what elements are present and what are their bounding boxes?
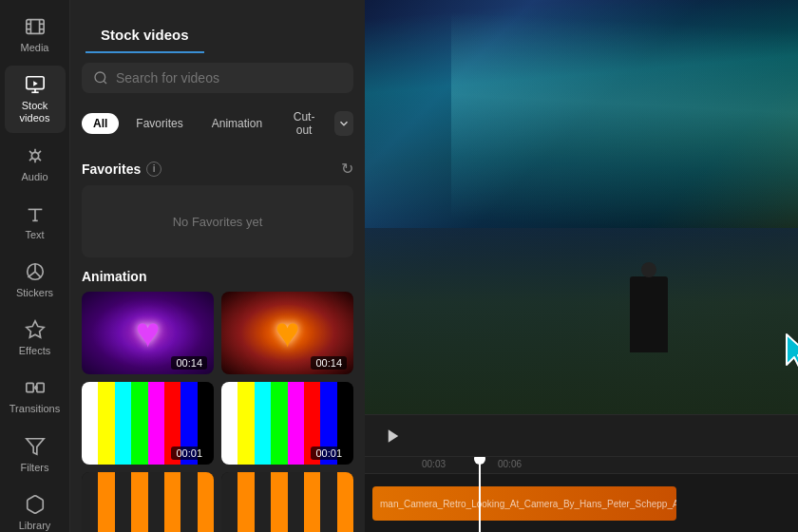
favorites-refresh-icon[interactable]: ↻ — [341, 160, 353, 178]
sidebar-item-library-label: Library — [19, 520, 51, 532]
video-thumb-bars4[interactable] — [221, 472, 353, 532]
favorites-title: Favorites — [82, 162, 141, 177]
video-duration-heart1: 00:14 — [171, 356, 207, 370]
svg-rect-0 — [26, 20, 43, 34]
video-thumb-heart2[interactable]: 00:14 — [221, 292, 353, 374]
svg-marker-21 — [787, 334, 798, 369]
stickers-icon — [24, 260, 47, 283]
filter-tabs: All Favorites Animation Cut-out — [70, 103, 365, 150]
favorites-info-icon[interactable]: i — [146, 162, 162, 177]
svg-line-20 — [104, 81, 106, 84]
sidebar: Media Stock videos Audio — [0, 0, 70, 532]
more-filters-button[interactable] — [334, 111, 353, 136]
color-bars-dark-thumbnail-1 — [82, 472, 214, 532]
snow-ground — [365, 228, 798, 414]
svg-point-10 — [31, 152, 38, 159]
favorites-empty-state: No Favorites yet — [82, 185, 353, 257]
sidebar-item-stock-videos-label: Stock videos — [20, 100, 50, 124]
filters-icon — [24, 435, 47, 458]
sidebar-item-filters-label: Filters — [21, 462, 49, 474]
favorites-empty-text: No Favorites yet — [173, 215, 263, 229]
search-bar[interactable] — [82, 63, 353, 93]
filter-favorites[interactable]: Favorites — [124, 113, 194, 134]
sidebar-item-audio[interactable]: Audio — [5, 137, 66, 191]
right-area: 00:03 00:06 man_Camera_Retro_Looking_At_… — [365, 0, 798, 532]
person-figure — [630, 276, 668, 352]
preview-area — [365, 0, 798, 414]
play-button[interactable] — [380, 423, 407, 449]
video-thumb-bars2[interactable]: 00:01 — [221, 382, 353, 465]
play-icon — [385, 428, 402, 445]
panel-title: Stock videos — [86, 13, 204, 53]
sidebar-item-transitions[interactable]: Transitions — [5, 369, 66, 423]
video-thumb-bars1[interactable]: 00:01 — [82, 382, 214, 465]
cursor-overlay — [783, 331, 798, 376]
video-duration-heart2: 00:14 — [311, 356, 347, 370]
sidebar-item-stickers-label: Stickers — [16, 287, 53, 299]
stock-videos-panel: Stock videos All Favorites Animation Cut… — [70, 0, 365, 532]
animation-title: Animation — [82, 269, 146, 284]
svg-marker-15 — [26, 321, 43, 337]
timeline-clip[interactable]: man_Camera_Retro_Looking_At_Camera_By_Ha… — [372, 486, 676, 521]
sidebar-item-filters[interactable]: Filters — [5, 428, 66, 482]
sidebar-item-stock-videos[interactable]: Stock videos — [5, 66, 66, 132]
animation-video-grid: 00:14 00:14 00:01 — [82, 292, 353, 532]
cursor-arrow-icon — [783, 331, 798, 372]
sidebar-item-library[interactable]: Library — [5, 485, 66, 532]
playhead[interactable] — [479, 457, 481, 532]
timeline-ruler: 00:03 00:06 — [365, 457, 798, 474]
audio-icon — [24, 144, 47, 167]
color-bars-dark-thumbnail-2 — [221, 472, 353, 532]
search-input[interactable] — [116, 70, 342, 86]
sidebar-item-effects[interactable]: Effects — [5, 311, 66, 365]
search-icon — [93, 70, 108, 86]
text-icon — [24, 202, 47, 225]
stock-videos-icon — [24, 73, 47, 96]
panel-content: Favorites i ↻ No Favorites yet Animation… — [70, 150, 365, 532]
sidebar-item-text[interactable]: Text — [5, 195, 66, 249]
film-icon — [24, 15, 47, 38]
library-icon — [24, 493, 47, 516]
effects-icon — [24, 318, 47, 341]
timeline-track: man_Camera_Retro_Looking_At_Camera_By_Ha… — [365, 483, 798, 524]
sidebar-item-transitions-label: Transitions — [10, 403, 60, 415]
filter-cutout[interactable]: Cut-out — [279, 106, 329, 141]
transport-bar — [365, 414, 798, 456]
video-duration-bars2: 00:01 — [311, 446, 347, 460]
sidebar-item-media-label: Media — [21, 42, 49, 54]
ruler-mark-1: 00:03 — [422, 459, 446, 469]
timeline: 00:03 00:06 man_Camera_Retro_Looking_At_… — [365, 456, 798, 532]
video-preview — [365, 0, 798, 414]
sidebar-item-effects-label: Effects — [19, 345, 50, 357]
sidebar-item-text-label: Text — [25, 229, 44, 241]
sidebar-item-audio-label: Audio — [21, 171, 48, 183]
filter-all[interactable]: All — [82, 113, 119, 134]
chevron-down-icon — [337, 117, 351, 130]
transitions-icon — [24, 376, 47, 399]
ruler-mark-2: 00:06 — [498, 459, 522, 469]
filter-animation[interactable]: Animation — [200, 113, 274, 134]
sidebar-item-stickers[interactable]: Stickers — [5, 253, 66, 307]
animation-section-header: Animation — [82, 269, 353, 284]
svg-point-19 — [95, 72, 105, 83]
video-duration-bars1: 00:01 — [171, 446, 207, 460]
sidebar-item-media[interactable]: Media — [5, 8, 66, 62]
svg-rect-16 — [26, 384, 32, 392]
svg-marker-22 — [389, 429, 399, 443]
video-thumb-heart1[interactable]: 00:14 — [82, 292, 214, 374]
favorites-section-header: Favorites i ↻ — [82, 160, 353, 178]
video-thumb-bars3[interactable] — [82, 472, 214, 532]
